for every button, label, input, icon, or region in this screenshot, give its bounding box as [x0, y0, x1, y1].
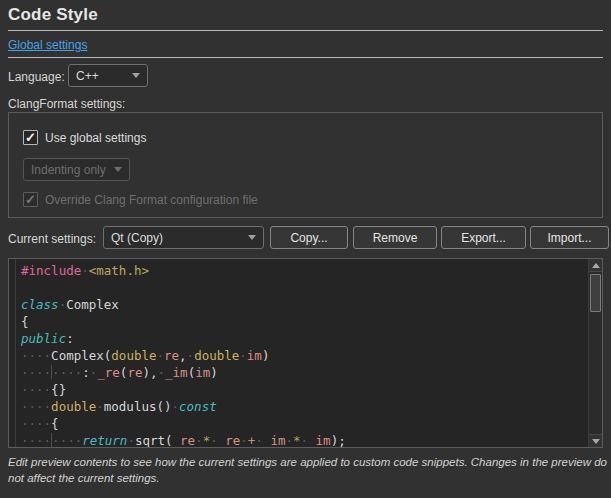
code-line: ········return·sqrt(_re·*·_re·+·_im·*·_i…: [21, 432, 586, 448]
code-line: class·Complex: [21, 296, 586, 313]
checkbox-checked-icon: ✓: [23, 130, 38, 145]
code-area[interactable]: #include·<math.h>class·Complex{public:··…: [21, 262, 586, 448]
language-select[interactable]: C++: [68, 64, 148, 87]
use-global-settings-label: Use global settings: [45, 131, 146, 145]
import-button[interactable]: Import...: [530, 226, 609, 249]
override-config-checkbox: ✓ Override Clang Format configuration fi…: [23, 192, 258, 207]
code-line: {: [21, 313, 586, 330]
code-line: public:: [21, 330, 586, 347]
scrollbar-thumb[interactable]: [590, 274, 601, 312]
code-line: ····Complex(double·re,·double·im): [21, 347, 586, 364]
code-line: [21, 279, 586, 296]
clangformat-settings-label: ClangFormat settings:: [8, 97, 125, 111]
clangformat-mode-value: Indenting only: [31, 163, 106, 177]
code-line: ····{: [21, 415, 586, 432]
triangle-up-icon: [592, 263, 600, 268]
clangformat-group: ✓ Use global settings Indenting only ✓ O…: [8, 112, 603, 218]
scrollbar-down-button[interactable]: [589, 434, 603, 447]
global-settings-link[interactable]: Global settings: [8, 38, 87, 52]
scrollbar-up-button[interactable]: [589, 259, 603, 272]
current-settings-select[interactable]: Qt (Copy): [103, 226, 264, 249]
code-line: ········:·_re(re),·_im(im): [21, 364, 586, 381]
export-button[interactable]: Export...: [441, 226, 526, 249]
language-label: Language:: [8, 70, 65, 84]
override-config-label: Override Clang Format configuration file: [45, 193, 258, 207]
remove-button[interactable]: Remove: [353, 226, 437, 249]
code-line: ····double·modulus()·const: [21, 398, 586, 415]
language-select-value: C++: [76, 69, 99, 83]
clangformat-mode-select: Indenting only: [23, 158, 130, 181]
editor-gutter-separator: [15, 259, 16, 447]
chevron-down-icon: [114, 167, 122, 172]
use-global-settings-checkbox[interactable]: ✓ Use global settings: [23, 130, 146, 145]
current-settings-label: Current settings:: [8, 232, 96, 246]
code-line: #include·<math.h>: [21, 262, 586, 279]
code-line: ····{}: [21, 381, 586, 398]
footer-note: Edit preview contents to see how the cur…: [8, 455, 607, 487]
checkbox-checked-icon: ✓: [23, 192, 38, 207]
vertical-scrollbar[interactable]: [588, 259, 602, 447]
chevron-down-icon: [248, 235, 256, 240]
code-style-settings-page: Code Style Global settings Language: C++…: [0, 0, 611, 498]
page-title: Code Style: [8, 5, 98, 25]
code-preview-editor[interactable]: #include·<math.h>class·Complex{public:··…: [8, 258, 603, 448]
copy-button[interactable]: Copy...: [270, 226, 348, 249]
triangle-down-icon: [592, 439, 600, 444]
current-settings-value: Qt (Copy): [111, 231, 163, 245]
title-separator: [8, 30, 603, 31]
chevron-down-icon: [132, 73, 140, 78]
link-separator: [8, 57, 603, 58]
